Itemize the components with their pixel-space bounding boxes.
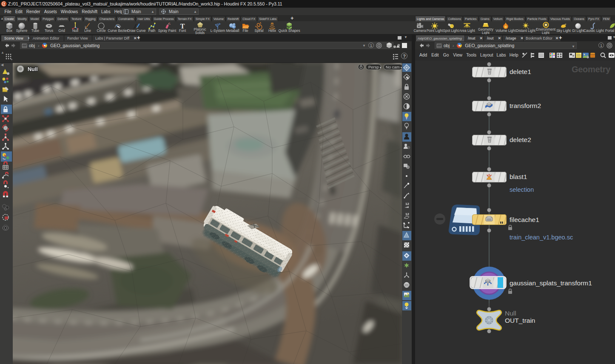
svg-text:delete1: delete1 (510, 68, 531, 75)
svg-text:blast1: blast1 (510, 173, 527, 180)
svg-text:12: 12 (405, 202, 409, 206)
svg-text:Null: Null (28, 66, 38, 72)
svg-text:transform2: transform2 (510, 102, 541, 109)
svg-text:Null: Null (505, 310, 516, 317)
svg-text:filecache1: filecache1 (510, 216, 539, 223)
svg-text:OUT_train: OUT_train (505, 317, 535, 324)
svg-text:gaussian_splats_transform1: gaussian_splats_transform1 (510, 279, 592, 287)
svg-text:selection: selection (510, 186, 534, 193)
svg-text:train_clean_v1.bgeo.sc: train_clean_v1.bgeo.sc (510, 234, 573, 241)
svg-text:No cam ▾: No cam ▾ (386, 65, 402, 69)
svg-text:12: 12 (405, 212, 409, 216)
svg-text:delete2: delete2 (510, 136, 531, 143)
svg-text:T: T (180, 23, 185, 30)
